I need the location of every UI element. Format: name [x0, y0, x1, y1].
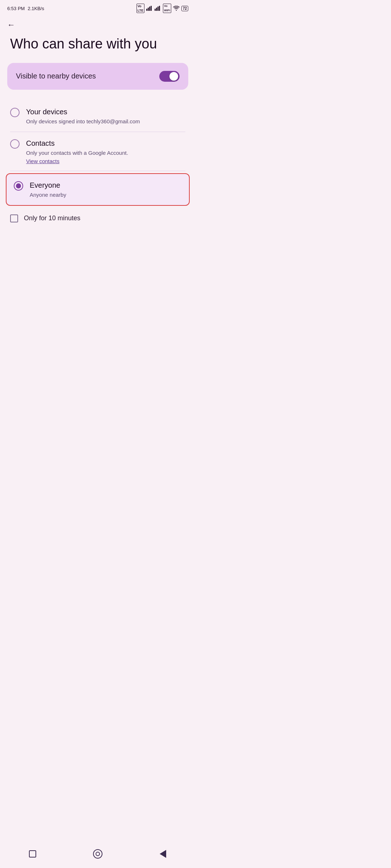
divider-2 — [10, 171, 185, 171]
wifi-icon — [173, 6, 180, 11]
checkbox-row[interactable]: Only for 10 minutes — [0, 208, 196, 225]
visible-label: Visible to nearby devices — [16, 72, 96, 80]
svg-rect-2 — [149, 7, 150, 11]
option-contacts-subtitle: Only your contacts with a Google Account… — [26, 149, 185, 157]
option-everyone-card[interactable]: Everyone Anyone nearby — [6, 173, 190, 206]
status-left: 6:53 PM 2.1KB/s — [7, 6, 44, 11]
battery-box: 72 — [181, 6, 188, 11]
option-your-devices-title: Your devices — [26, 107, 185, 116]
option-your-devices-text: Your devices Only devices signed into te… — [26, 107, 185, 125]
svg-rect-1 — [148, 8, 149, 11]
visible-toggle[interactable] — [159, 71, 180, 82]
option-your-devices[interactable]: Your devices Only devices signed into te… — [10, 101, 185, 132]
ten-minutes-label: Only for 10 minutes — [24, 214, 80, 222]
back-arrow-icon[interactable]: ← — [7, 20, 15, 29]
battery-indicator: 72 — [181, 6, 188, 11]
nav-spacer — [0, 225, 196, 261]
ten-minutes-checkbox[interactable] — [10, 214, 18, 222]
svg-rect-0 — [146, 9, 147, 11]
status-bar: 6:53 PM 2.1KB/s VoLTE VoWiFi — [0, 0, 196, 15]
time: 6:53 PM — [7, 6, 25, 11]
radio-contacts[interactable] — [10, 139, 20, 149]
svg-rect-3 — [151, 6, 152, 11]
option-everyone-text: Everyone Anyone nearby — [30, 180, 182, 199]
radio-everyone-inner — [16, 183, 21, 188]
radio-everyone[interactable] — [14, 181, 23, 191]
speed: 2.1KB/s — [28, 6, 44, 11]
option-contacts-text: Contacts Only your contacts with a Googl… — [26, 139, 185, 164]
view-contacts-link[interactable]: View contacts — [26, 158, 185, 164]
option-contacts[interactable]: Contacts Only your contacts with a Googl… — [10, 132, 185, 171]
page-title: Who can share with you — [0, 33, 196, 63]
options-section: Your devices Only devices signed into te… — [0, 101, 196, 171]
svg-rect-4 — [155, 9, 156, 11]
status-right: VoLTE VoWiFi 72 — [136, 4, 188, 13]
volte-icon: VoLTE — [136, 4, 144, 13]
svg-rect-7 — [159, 6, 160, 11]
svg-rect-6 — [157, 7, 159, 11]
option-everyone-subtitle: Anyone nearby — [30, 191, 182, 199]
toggle-knob — [169, 72, 178, 81]
signal-icon-2 — [155, 6, 161, 11]
svg-rect-5 — [156, 8, 157, 11]
visible-card: Visible to nearby devices — [7, 63, 188, 90]
signal-icon-1 — [146, 6, 153, 11]
vowifi-badge: VoWiFi — [163, 4, 171, 13]
back-button-area[interactable]: ← — [0, 15, 196, 33]
option-contacts-title: Contacts — [26, 139, 185, 148]
option-everyone-title: Everyone — [30, 180, 182, 190]
radio-your-devices[interactable] — [10, 108, 20, 117]
option-your-devices-subtitle: Only devices signed into techly360@gmail… — [26, 118, 185, 125]
